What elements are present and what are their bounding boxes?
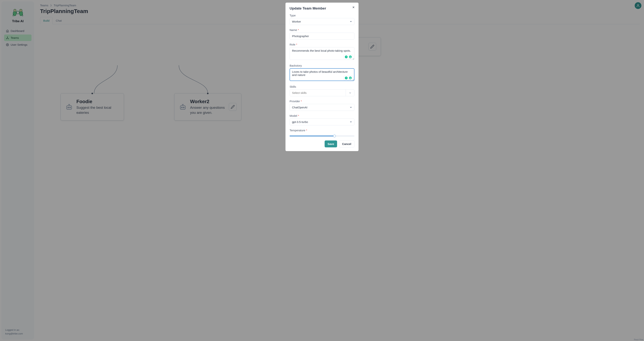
cancel-button[interactable]: Cancel [339, 140, 354, 147]
grammarly-suggestion-icon [344, 76, 348, 80]
skills-dropdown-toggle[interactable] [346, 90, 354, 96]
update-member-modal: Update Team Member Type Worker Name * Ro… [286, 3, 358, 151]
required-indicator: * [298, 28, 299, 32]
type-select[interactable]: Worker [290, 18, 354, 25]
model-select[interactable]: gpt-3.5-turbo [290, 118, 354, 125]
role-label: Role * [290, 43, 354, 46]
grammarly-logo-icon [349, 76, 352, 80]
required-indicator: * [306, 129, 307, 132]
required-indicator: * [296, 43, 297, 46]
required-indicator: * [301, 100, 302, 103]
close-button[interactable] [352, 5, 356, 9]
modal-title: Update Team Member [290, 6, 354, 11]
modal-overlay[interactable]: Update Team Member Type Worker Name * Ro… [0, 0, 644, 341]
type-label: Type [290, 14, 354, 17]
required-indicator: * [298, 114, 299, 117]
grammarly-widget[interactable] [344, 76, 353, 80]
temperature-slider[interactable] [290, 136, 354, 136]
name-label: Name * [290, 28, 354, 32]
skills-multiselect[interactable] [290, 89, 354, 96]
model-label: Model * [290, 114, 354, 117]
temperature-label: Temperature * [290, 129, 354, 132]
provider-select[interactable]: ChatOpenAI [290, 104, 354, 111]
name-input[interactable] [290, 33, 354, 40]
provider-label: Provider * [290, 100, 354, 103]
skills-input[interactable] [290, 90, 346, 96]
grammarly-widget[interactable] [344, 55, 353, 59]
backstory-label: Backstory [290, 64, 354, 67]
save-button[interactable]: Save [324, 140, 337, 147]
grammarly-logo-icon [349, 55, 352, 59]
skills-label: Skills [290, 85, 354, 88]
chevron-down-icon [349, 91, 352, 94]
grammarly-suggestion-icon [344, 55, 348, 59]
close-icon [352, 6, 355, 9]
